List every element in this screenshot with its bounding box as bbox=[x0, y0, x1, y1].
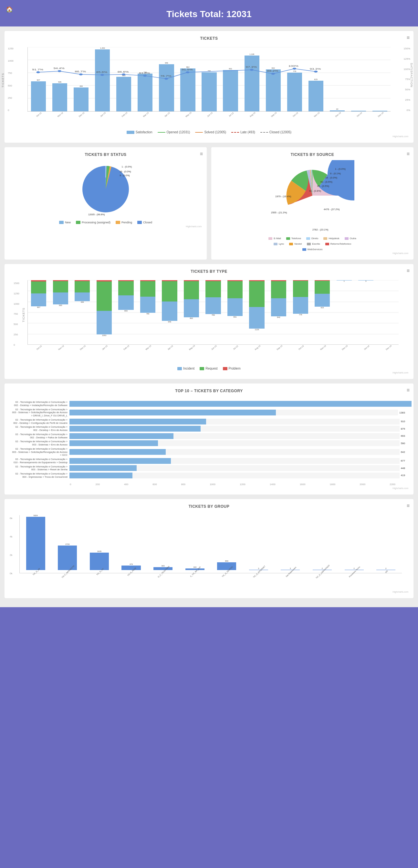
status-title: TICKETS BY STATUS bbox=[10, 152, 202, 157]
group-bar-col: 3TIC_G_INTERNET bbox=[243, 515, 275, 573]
group-bar-value: 163 bbox=[193, 566, 197, 568]
svg-text:12005 - (99.8%): 12005 - (99.8%) bbox=[88, 213, 105, 216]
tickets-chart-menu[interactable]: ≡ bbox=[407, 35, 410, 41]
top10-row: 02 - Tecnologia de Informação e Comunica… bbox=[11, 418, 405, 425]
svg-text:1 - (0.0%): 1 - (0.0%) bbox=[122, 165, 132, 168]
top10-value: 875 bbox=[401, 427, 405, 430]
top10-label: 02 - Tecnologia de Informação e Comunica… bbox=[11, 426, 69, 432]
top10-row: 02 - Tecnologia de Informação e Comunica… bbox=[11, 426, 405, 432]
group-bar-col: 1935TIC_G_NC bbox=[83, 515, 115, 573]
top10-value: 419 bbox=[401, 474, 405, 477]
top10-bar-track bbox=[69, 433, 399, 439]
group-bar bbox=[90, 553, 109, 570]
group-title: TICKETS BY GROUP bbox=[10, 504, 408, 509]
type-highcharts: Highcharts.com bbox=[10, 372, 408, 374]
tickets-y-label: TICKETS bbox=[1, 73, 4, 88]
top10-label: 02 - Tecnologia de Informação e Comunica… bbox=[11, 472, 69, 479]
group-bar-label: GR bbox=[385, 570, 388, 573]
svg-text:91 - (0.8%): 91 - (0.8%) bbox=[309, 189, 321, 192]
group-bar bbox=[376, 570, 395, 570]
group-bar-col: 858TIC_G_GESTAO bbox=[211, 515, 243, 573]
top10-bar-track bbox=[69, 440, 399, 446]
source-pie-area: 1 - (0.0%) 6 - (0.1%) 16 - (0.0%) 60 - (… bbox=[216, 160, 408, 251]
group-bar-col: 2Ger.Relacionam. bbox=[275, 515, 306, 573]
group-bar-col: 303G_C_TELEFONIA bbox=[147, 515, 179, 573]
group-bar-value: 303 bbox=[161, 565, 165, 567]
group-bar bbox=[185, 568, 205, 570]
page-header: 🏠 Tickets Total: 12031 bbox=[0, 0, 418, 27]
status-menu[interactable]: ≡ bbox=[200, 151, 203, 157]
group-bar-value: 2 bbox=[322, 567, 323, 569]
source-highcharts: Highcharts.com bbox=[216, 252, 408, 254]
status-pie-area: 1 - (0.0%) 16 - (0.0%) 9 - (0.0%) 12005 … bbox=[10, 160, 202, 224]
tickets-y-label-right: SATISFACTION bbox=[410, 63, 413, 88]
svg-text:65 - (0.5%): 65 - (0.5%) bbox=[317, 185, 329, 188]
group-bar bbox=[217, 562, 236, 570]
type-title: TICKETS BY TYPE bbox=[10, 269, 408, 274]
tickets-by-group-card: TICKETS BY GROUP ≡ 6k4k2k0k 5924TIC_G_AR… bbox=[4, 499, 414, 598]
top10-bar-fill bbox=[69, 440, 158, 446]
page-title: Tickets Total: 12031 bbox=[167, 9, 251, 19]
group-bar-value: 858 bbox=[225, 560, 228, 562]
top10-bar-track bbox=[69, 458, 399, 464]
source-menu[interactable]: ≡ bbox=[407, 151, 410, 157]
top10-bar-fill bbox=[69, 472, 132, 478]
top10-value: 677 bbox=[401, 459, 405, 462]
top10-bar-track bbox=[69, 449, 399, 455]
top10-category-card: TOP 10 – TICKETS BY CATEGORY ≡ 02 - Tecn… bbox=[4, 383, 414, 495]
top10-label: 02 - Tecnologia de Informação e Comunica… bbox=[11, 447, 69, 457]
top10-bar-fill bbox=[69, 449, 166, 455]
top10-value: 1383 bbox=[399, 411, 405, 414]
top10-label: 02 - Tecnologia de Informação e Comunica… bbox=[11, 465, 69, 472]
group-bar-col: 163C_TIC_BA_SUP bbox=[179, 515, 211, 573]
group-bar-value: 2 bbox=[290, 567, 291, 569]
svg-text:1979 - (16.4%): 1979 - (16.4%) bbox=[275, 195, 291, 198]
group-bar-col: 476TIC-G_PEDE bbox=[115, 515, 147, 573]
top10-bar-fill bbox=[69, 401, 412, 407]
svg-text:6 - (0.1%): 6 - (0.1%) bbox=[330, 172, 341, 175]
home-icon[interactable]: 🏠 bbox=[6, 6, 13, 13]
top10-bar-track bbox=[69, 465, 399, 471]
source-legend: E-Mail Telefone Direto Helpdesk Outra Ly… bbox=[267, 237, 358, 251]
top10-bar-fill bbox=[69, 426, 201, 432]
status-source-row: TICKETS BY STATUS ≡ 1 - (0.0%) 16 - ( bbox=[4, 147, 414, 259]
top10-bar-fill bbox=[69, 410, 276, 415]
group-bar-value: 476 bbox=[129, 563, 133, 565]
group-bar-value: 3 bbox=[258, 567, 259, 569]
group-menu[interactable]: ≡ bbox=[407, 503, 410, 509]
top10-row: 02 - Tecnologia de Informação e Comunica… bbox=[11, 401, 405, 407]
top10-label: 02 - Tecnologia de Informação e Comunica… bbox=[11, 408, 69, 417]
group-bar bbox=[249, 570, 268, 570]
group-bar bbox=[153, 567, 173, 570]
top10-label: 02 - Tecnologia de Informação e Comunica… bbox=[11, 458, 69, 464]
top10-row: 02 - Tecnologia de Informação e Comunica… bbox=[11, 458, 405, 464]
svg-text:16 - (0.0%): 16 - (0.0%) bbox=[325, 176, 337, 179]
type-menu[interactable]: ≡ bbox=[407, 268, 410, 274]
group-bar-value: 2 bbox=[385, 567, 386, 569]
group-bar-value: 5924 bbox=[34, 515, 38, 517]
group-bar bbox=[345, 570, 364, 570]
top10-menu[interactable]: ≡ bbox=[407, 388, 410, 393]
top10-bar-track bbox=[69, 401, 398, 407]
top10-bar-fill bbox=[69, 458, 171, 464]
svg-text:4476 - (37.2%): 4476 - (37.2%) bbox=[324, 208, 340, 211]
group-bar-label: TIC_G_INTERNET bbox=[252, 565, 266, 578]
svg-text:16 - (0.0%): 16 - (0.0%) bbox=[120, 170, 131, 173]
group-bar-value: 2720 bbox=[65, 543, 69, 545]
svg-text:2782 - (23.1%): 2782 - (23.1%) bbox=[312, 228, 329, 231]
type-legend: Incident Request Problem bbox=[10, 367, 408, 370]
top10-value: 448 bbox=[401, 467, 405, 470]
source-pie-chart: 1 - (0.0%) 6 - (0.1%) 16 - (0.0%) 60 - (… bbox=[270, 160, 354, 234]
top10-value: 910 bbox=[401, 420, 405, 423]
group-bar-value: 1935 bbox=[97, 550, 101, 552]
top10-label: 02 - Tecnologia de Informação e Comunica… bbox=[11, 440, 69, 446]
total-count: 12031 bbox=[227, 9, 251, 19]
top10-row: 02 - Tecnologia de Informação e Comunica… bbox=[11, 465, 405, 472]
top10-value: 642 bbox=[401, 451, 405, 454]
top10-label: 02 - Tecnologia de Informação e Comunica… bbox=[11, 401, 69, 407]
status-highcharts: Highcharts.com bbox=[10, 225, 202, 227]
top10-row: 02 - Tecnologia de Informação e Comunica… bbox=[11, 472, 405, 479]
group-bar bbox=[121, 565, 141, 570]
svg-text:1 - (0.0%): 1 - (0.0%) bbox=[335, 167, 346, 170]
top10-value: 693 bbox=[401, 434, 405, 437]
